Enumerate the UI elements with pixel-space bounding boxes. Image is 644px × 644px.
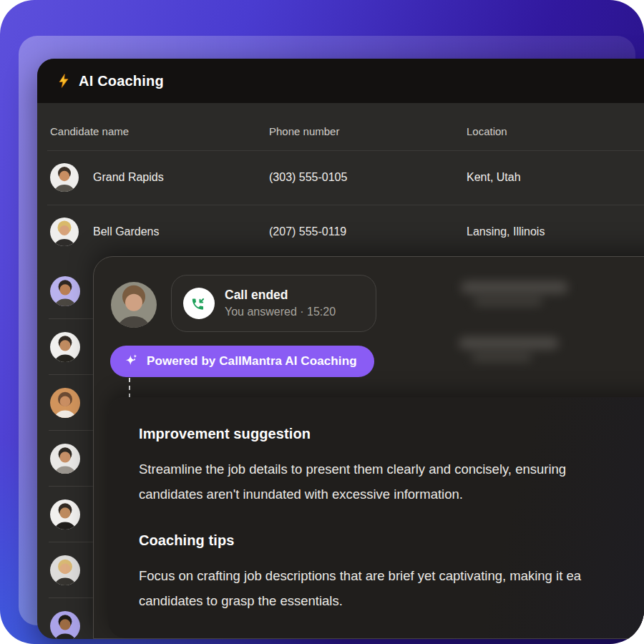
blurred-text-placeholder bbox=[459, 337, 559, 361]
avatar bbox=[50, 276, 80, 306]
avatar bbox=[50, 555, 80, 585]
column-header-phone-number: Phone number bbox=[269, 125, 339, 137]
avatar bbox=[50, 218, 79, 246]
avatar bbox=[50, 499, 80, 530]
coaching-tips-title: Coaching tips bbox=[139, 532, 644, 549]
table-row[interactable]: Grand Rapids (303) 555-0105 Kent, Utah bbox=[37, 150, 644, 205]
list-item[interactable] bbox=[37, 598, 93, 639]
call-status-title: Call ended bbox=[225, 288, 336, 303]
location: Kent, Utah bbox=[467, 171, 521, 184]
lightning-icon bbox=[56, 73, 72, 89]
text-line: candidates to grasp the essentials. bbox=[139, 588, 644, 613]
incoming-call-icon bbox=[183, 288, 215, 319]
blurred-text-placeholder bbox=[461, 281, 568, 306]
call-status-text: Call ended You answered · 15:20 bbox=[225, 288, 336, 320]
coaching-panel: Improvement suggestion Streamline the jo… bbox=[108, 397, 644, 638]
list-item[interactable] bbox=[37, 487, 93, 542]
location: Lansing, Illinois bbox=[467, 225, 545, 238]
column-header-location: Location bbox=[467, 125, 507, 137]
text-line: Focus on crafting job descriptions that … bbox=[139, 563, 644, 588]
candidate-name: Bell Gardens bbox=[93, 225, 160, 238]
call-status-chip: Call ended You answered · 15:20 bbox=[171, 275, 376, 332]
table-row[interactable]: Bell Gardens (207) 555-0119 Lansing, Ill… bbox=[37, 205, 644, 259]
call-detail-card: Call ended You answered · 15:20 Powered … bbox=[93, 256, 644, 639]
avatar bbox=[50, 163, 79, 192]
candidate-avatar-rail bbox=[37, 263, 93, 639]
page: AI Coaching Candidate name Phone number … bbox=[0, 0, 644, 644]
sparkle-icon bbox=[123, 353, 139, 369]
avatar bbox=[50, 611, 80, 639]
list-item[interactable] bbox=[37, 263, 93, 319]
avatar bbox=[50, 444, 80, 474]
caller-avatar bbox=[111, 282, 157, 328]
dashed-connector bbox=[129, 378, 130, 398]
window-header: AI Coaching bbox=[37, 59, 644, 103]
text-line: Streamline the job details to present th… bbox=[139, 457, 644, 482]
list-item[interactable] bbox=[37, 431, 93, 487]
avatar bbox=[50, 332, 80, 362]
app-window: AI Coaching Candidate name Phone number … bbox=[37, 59, 644, 639]
improvement-suggestion-title: Improvement suggestion bbox=[139, 426, 644, 442]
list-item[interactable] bbox=[37, 542, 93, 598]
column-header-candidate-name: Candidate name bbox=[50, 125, 129, 137]
ai-coaching-badge[interactable]: Powered by CallMantra AI Coaching bbox=[110, 346, 374, 377]
call-status-subtitle: You answered · 15:20 bbox=[225, 305, 336, 320]
page-title: AI Coaching bbox=[79, 73, 164, 89]
phone-number: (303) 555-0105 bbox=[269, 171, 347, 184]
coaching-tips-text: Focus on crafting job descriptions that … bbox=[139, 563, 644, 613]
badge-label: Powered by CallMantra AI Coaching bbox=[147, 354, 357, 369]
phone-number: (207) 555-0119 bbox=[269, 225, 346, 238]
avatar bbox=[50, 388, 80, 418]
candidate-name: Grand Rapids bbox=[93, 171, 164, 184]
list-item[interactable] bbox=[37, 375, 93, 431]
improvement-suggestion-text: Streamline the job details to present th… bbox=[139, 457, 644, 507]
list-item[interactable] bbox=[37, 319, 93, 375]
gradient-background: AI Coaching Candidate name Phone number … bbox=[0, 0, 644, 644]
text-line: candidates aren't inundated with excessi… bbox=[139, 482, 644, 507]
